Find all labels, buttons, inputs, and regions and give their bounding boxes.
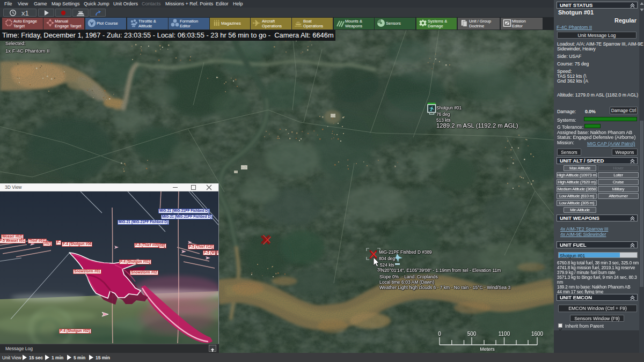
svg-text:1600: 1600 bbox=[531, 331, 544, 337]
svg-text:500: 500 bbox=[467, 331, 477, 337]
svg-text:1100: 1100 bbox=[499, 331, 510, 337]
svg-text:Meters: Meters bbox=[480, 346, 495, 352]
svg-text:x1: x1 bbox=[21, 9, 29, 17]
svg-text:0: 0 bbox=[438, 331, 441, 337]
